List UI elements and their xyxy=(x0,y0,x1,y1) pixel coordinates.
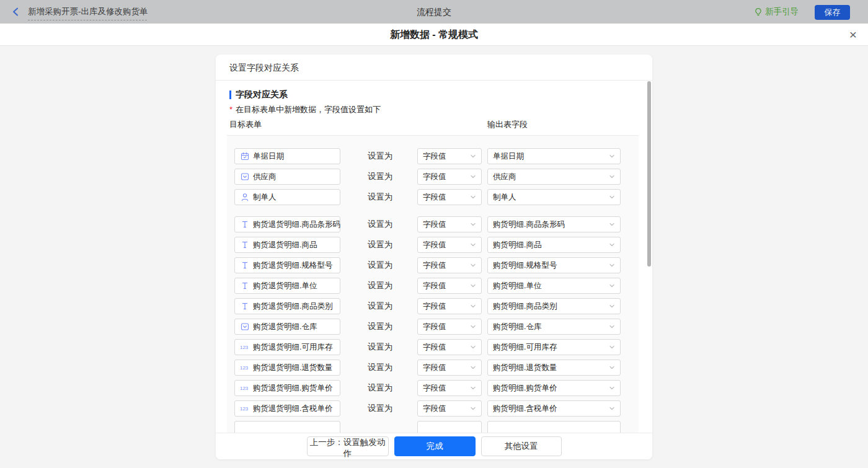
target-field-box: 123 购货退货明细.购货单价 xyxy=(234,380,340,396)
output-field-value: 购货明细.购货单价 xyxy=(493,383,606,394)
chevron-down-icon xyxy=(609,303,615,309)
target-field-label: 购货退货明细.仓库 xyxy=(253,322,317,332)
field-mapping-row: 购货退货明细.仓库 设置为 字段值 购货明细.仓库 xyxy=(227,319,639,335)
chevron-down-icon xyxy=(609,262,615,268)
number-icon: 123 xyxy=(240,343,249,352)
chevron-down-icon xyxy=(609,174,615,180)
target-field-label: 购货退货明细.含税单价 xyxy=(253,404,332,414)
value-mode-select[interactable]: 字段值 xyxy=(417,148,482,164)
output-field-select[interactable]: 购货明细.购货单价 xyxy=(487,380,621,396)
field-mapping-row: 123 购货退货明细.含税单价 设置为 字段值 购货明细.含税单价 xyxy=(227,400,639,417)
field-mapping-row: 购货退货明细.商品类别 设置为 字段值 购货明细.商品类别 xyxy=(227,298,639,314)
value-mode-value: 字段值 xyxy=(423,404,467,414)
output-field-select[interactable]: 购货明细.规格型号 xyxy=(487,257,621,273)
modal-title: 新增数据 - 常规模式 xyxy=(0,24,868,46)
set-as-label: 设置为 xyxy=(368,319,393,335)
output-field-value: 购货明细.退货数量 xyxy=(493,363,606,373)
column-header-output-field: 输出表字段 xyxy=(487,119,528,130)
value-mode-value: 字段值 xyxy=(423,260,467,271)
output-field-select[interactable]: 购货明细.商品 xyxy=(487,237,621,253)
section-title: 字段对应关系 xyxy=(229,89,288,100)
set-as-label: 设置为 xyxy=(368,339,393,355)
top-bar: 新增采购开票-出库及修改购货单 流程提交 新手引导 保存 xyxy=(0,0,868,24)
field-mapping-row xyxy=(227,421,639,433)
value-mode-select[interactable]: 字段值 xyxy=(417,400,482,417)
set-as-label: 设置为 xyxy=(368,380,393,396)
output-field-select[interactable]: 购货明细.商品类别 xyxy=(487,298,621,314)
target-field-label: 供应商 xyxy=(253,172,277,182)
chevron-down-icon xyxy=(470,385,476,391)
target-field-label: 购货退货明细.规格型号 xyxy=(253,260,332,271)
scroll-area: 字段对应关系 *在目标表单中新增数据，字段值设置如下 目标表单 输出表字段 单据… xyxy=(216,81,652,433)
previous-step-button[interactable]: 上一步：设置触发动作 xyxy=(307,436,389,456)
value-mode-select[interactable]: 字段值 xyxy=(417,257,482,273)
output-field-select[interactable] xyxy=(487,421,621,433)
chevron-down-icon xyxy=(470,174,476,180)
save-button[interactable]: 保存 xyxy=(815,5,850,20)
section-accent-bar xyxy=(229,91,231,99)
close-icon[interactable]: × xyxy=(849,26,857,43)
svg-text:123: 123 xyxy=(240,345,249,350)
output-field-value: 购货明细.可用库存 xyxy=(493,342,606,353)
set-as-label: 设置为 xyxy=(368,278,393,294)
target-field-label: 制单人 xyxy=(253,192,277,203)
output-field-select[interactable]: 购货明细.仓库 xyxy=(487,319,621,335)
value-mode-select[interactable]: 字段值 xyxy=(417,189,482,205)
output-field-select[interactable]: 单据日期 xyxy=(487,148,621,164)
output-field-select[interactable]: 购货明细.可用库存 xyxy=(487,339,621,355)
set-as-label: 设置为 xyxy=(368,189,393,205)
done-button[interactable]: 完成 xyxy=(394,436,476,456)
text-icon xyxy=(240,302,249,311)
other-settings-button[interactable]: 其他设置 xyxy=(481,436,562,456)
value-mode-value: 字段值 xyxy=(423,151,467,162)
value-mode-select[interactable]: 字段值 xyxy=(417,169,482,185)
tab-flow-submit: 流程提交 xyxy=(0,0,868,24)
output-field-select[interactable]: 购货明细.含税单价 xyxy=(487,400,621,417)
set-as-label: 设置为 xyxy=(368,298,393,314)
target-field-label: 购货退货明细.单位 xyxy=(253,281,317,291)
required-asterisk: * xyxy=(229,105,232,114)
value-mode-select[interactable]: 字段值 xyxy=(417,216,482,232)
modal-header: 新增数据 - 常规模式 × xyxy=(0,24,868,46)
chevron-down-icon xyxy=(470,262,476,268)
set-as-label: 设置为 xyxy=(368,400,393,417)
chevron-down-icon xyxy=(470,324,476,330)
output-field-select[interactable]: 购货明细.商品条形码 xyxy=(487,216,621,232)
chevron-down-icon xyxy=(470,344,476,350)
output-field-value: 购货明细.规格型号 xyxy=(493,260,606,271)
modal-body: 设置字段对应关系 字段对应关系 *在目标表单中新增数据，字段值设置如下 目标表单… xyxy=(0,46,868,468)
output-field-select[interactable]: 购货明细.单位 xyxy=(487,278,621,294)
value-mode-value: 字段值 xyxy=(423,219,467,230)
output-field-select[interactable]: 供应商 xyxy=(487,169,621,185)
output-field-value: 单据日期 xyxy=(493,151,606,162)
target-field-box: 购货退货明细.商品条形码 xyxy=(234,216,340,232)
field-mapping-row: 123 购货退货明细.退货数量 设置为 字段值 购货明细.退货数量 xyxy=(227,360,639,376)
value-mode-select[interactable]: 字段值 xyxy=(417,237,482,253)
output-field-value: 购货明细.商品 xyxy=(493,240,606,250)
output-field-select[interactable]: 制单人 xyxy=(487,189,621,205)
lightbulb-icon xyxy=(754,7,763,17)
field-mapping-rows: 单据日期 设置为 字段值 单据日期 供应商 设置为 字段值 供应商 制单人 设 xyxy=(227,135,639,433)
field-mapping-row: 单据日期 设置为 字段值 单据日期 xyxy=(227,148,639,164)
value-mode-value: 字段值 xyxy=(423,281,467,291)
chevron-down-icon xyxy=(470,242,476,248)
set-as-label: 设置为 xyxy=(368,169,393,185)
beginner-guide-link[interactable]: 新手引导 xyxy=(754,0,799,24)
output-field-select[interactable]: 购货明细.退货数量 xyxy=(487,360,621,376)
text-icon xyxy=(240,220,249,229)
value-mode-value: 字段值 xyxy=(423,342,467,353)
target-field-label: 购货退货明细.商品条形码 xyxy=(253,219,340,230)
value-mode-select[interactable]: 字段值 xyxy=(417,380,482,396)
set-as-label: 设置为 xyxy=(368,257,393,273)
value-mode-select[interactable] xyxy=(417,421,482,433)
field-mapping-row: 购货退货明细.商品 设置为 字段值 购货明细.商品 xyxy=(227,237,639,253)
target-field-box: 单据日期 xyxy=(234,148,340,164)
value-mode-select[interactable]: 字段值 xyxy=(417,278,482,294)
value-mode-select[interactable]: 字段值 xyxy=(417,319,482,335)
target-field-label: 购货退货明细.可用库存 xyxy=(253,342,332,353)
value-mode-select[interactable]: 字段值 xyxy=(417,360,482,376)
value-mode-select[interactable]: 字段值 xyxy=(417,339,482,355)
vertical-scrollbar-thumb[interactable] xyxy=(647,81,651,267)
value-mode-select[interactable]: 字段值 xyxy=(417,298,482,314)
chevron-down-icon xyxy=(470,364,476,371)
